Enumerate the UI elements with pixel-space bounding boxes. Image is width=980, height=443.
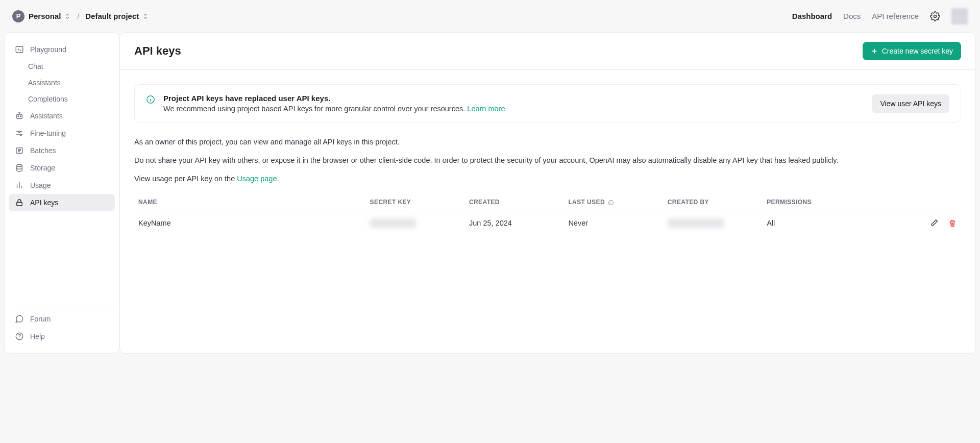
th-created: CREATED (465, 193, 564, 211)
database-icon (15, 163, 24, 173)
svg-point-4 (20, 116, 21, 117)
api-keys-table: NAME SECRET KEY CREATED LAST USED CREATE… (134, 193, 961, 235)
body-paragraph-1: As an owner of this project, you can vie… (134, 137, 961, 148)
th-created-by: CREATED BY (664, 193, 763, 211)
sidebar-item-label: API keys (30, 199, 58, 207)
body-paragraph-2: Do not share your API key with others, o… (134, 155, 961, 166)
sidebar-item-label: Storage (30, 164, 55, 172)
breadcrumb-separator: / (75, 12, 81, 20)
th-name: NAME (134, 193, 366, 211)
usage-page-link[interactable]: Usage page (237, 175, 277, 183)
trash-icon[interactable] (948, 218, 957, 228)
top-nav: Dashboard Docs API reference (792, 8, 968, 24)
info-text: Project API keys have replaced user API … (163, 94, 864, 113)
info-icon (608, 200, 614, 206)
cell-actions (878, 211, 961, 235)
sidebar-item-assistants[interactable]: Assistants (9, 107, 115, 125)
sidebar-item-assistants-sub[interactable]: Assistants (9, 75, 115, 91)
sidebar-item-label: Chat (28, 62, 43, 70)
th-secret-key: SECRET KEY (366, 193, 465, 211)
sidebar-item-completions[interactable]: Completions (9, 91, 115, 107)
bar-chart-icon (15, 181, 24, 190)
main-panel: API keys Create new secret key Project A… (119, 32, 976, 354)
project-switcher[interactable]: Default project (85, 12, 149, 20)
svg-point-3 (18, 116, 19, 117)
sidebar-item-playground[interactable]: Playground (9, 41, 115, 58)
cell-secret-key: sk-…redacted (366, 211, 465, 235)
sidebar-item-label: Usage (30, 181, 51, 189)
help-icon (15, 332, 24, 341)
info-title: Project API keys have replaced user API … (163, 94, 864, 103)
create-button-label: Create new secret key (882, 47, 953, 55)
table-row: KeyName sk-…redacted Jun 25, 2024 Never … (134, 211, 961, 235)
org-switcher[interactable]: Personal (29, 12, 71, 20)
th-last-used-label: LAST USED (568, 199, 605, 206)
body-paragraph-3: View usage per API key on the Usage page… (134, 174, 961, 185)
sidebar-item-help[interactable]: Help (9, 328, 115, 345)
nav-api-reference[interactable]: API reference (872, 12, 919, 20)
p3-prefix: View usage per API key on the (134, 175, 237, 183)
terminal-icon (15, 45, 24, 54)
info-icon (146, 95, 155, 104)
chevrons-up-down-icon (64, 13, 71, 20)
info-icon-wrap (146, 95, 155, 106)
topbar: P Personal / Default project Dashboard D… (0, 0, 980, 32)
robot-icon (15, 111, 24, 120)
plus-icon (871, 47, 878, 55)
sidebar: Playground Chat Assistants Completions A… (4, 32, 119, 354)
sidebar-item-api-keys[interactable]: API keys (9, 194, 115, 211)
sidebar-item-batches[interactable]: Batches (9, 142, 115, 159)
nav-dashboard[interactable]: Dashboard (792, 12, 832, 20)
cell-created-by: redacted (664, 211, 763, 235)
sidebar-item-label: Fine-tuning (30, 129, 66, 137)
info-desc-text: We recommend using project based API key… (163, 105, 467, 113)
chevrons-up-down-icon (142, 13, 149, 20)
secret-key-redacted: sk-…redacted (370, 218, 416, 228)
sidebar-item-label: Batches (30, 146, 56, 155)
cell-created: Jun 25, 2024 (465, 211, 564, 235)
sidebar-item-storage[interactable]: Storage (9, 159, 115, 177)
edit-icon[interactable] (929, 218, 939, 228)
sidebar-item-label: Assistants (30, 112, 63, 120)
info-desc: We recommend using project based API key… (163, 105, 864, 113)
created-by-redacted: redacted (668, 218, 724, 228)
cell-last-used: Never (564, 211, 663, 235)
th-last-used: LAST USED (564, 193, 663, 211)
cell-name: KeyName (134, 211, 366, 235)
svg-point-8 (17, 164, 22, 167)
learn-more-link[interactable]: Learn more (467, 105, 505, 113)
sidebar-item-forum[interactable]: Forum (9, 310, 115, 328)
sidebar-nav: Playground Chat Assistants Completions A… (9, 41, 115, 302)
page-title: API keys (134, 44, 181, 58)
user-avatar[interactable] (951, 8, 968, 24)
sliders-icon (15, 129, 24, 138)
sidebar-item-label: Forum (30, 315, 51, 323)
sidebar-item-label: Completions (28, 95, 68, 103)
info-box: Project API keys have replaced user API … (134, 84, 961, 122)
org-name: Personal (29, 12, 61, 20)
layout: Playground Chat Assistants Completions A… (0, 32, 980, 358)
svg-point-0 (934, 15, 937, 17)
th-actions (878, 193, 961, 211)
svg-rect-9 (17, 202, 22, 206)
message-icon (15, 314, 24, 324)
settings-button[interactable] (930, 11, 940, 21)
main-header: API keys Create new secret key (120, 33, 975, 70)
sidebar-item-usage[interactable]: Usage (9, 177, 115, 194)
sidebar-item-label: Assistants (28, 79, 61, 87)
sidebar-item-chat[interactable]: Chat (9, 58, 115, 75)
sidebar-item-label: Playground (30, 45, 66, 54)
svg-rect-2 (17, 114, 22, 118)
org-avatar: P (12, 10, 24, 22)
sidebar-item-label: Help (30, 332, 45, 340)
sidebar-item-fine-tuning[interactable]: Fine-tuning (9, 125, 115, 142)
view-user-api-keys-button[interactable]: View user API keys (872, 94, 949, 113)
project-name: Default project (85, 12, 139, 20)
svg-point-5 (19, 131, 20, 133)
p3-suffix: . (277, 175, 279, 183)
sidebar-footer: Forum Help (9, 306, 115, 345)
create-secret-key-button[interactable]: Create new secret key (863, 42, 961, 60)
breadcrumb: P Personal / Default project (12, 10, 149, 22)
nav-docs[interactable]: Docs (843, 12, 861, 20)
cell-permissions: All (763, 211, 878, 235)
